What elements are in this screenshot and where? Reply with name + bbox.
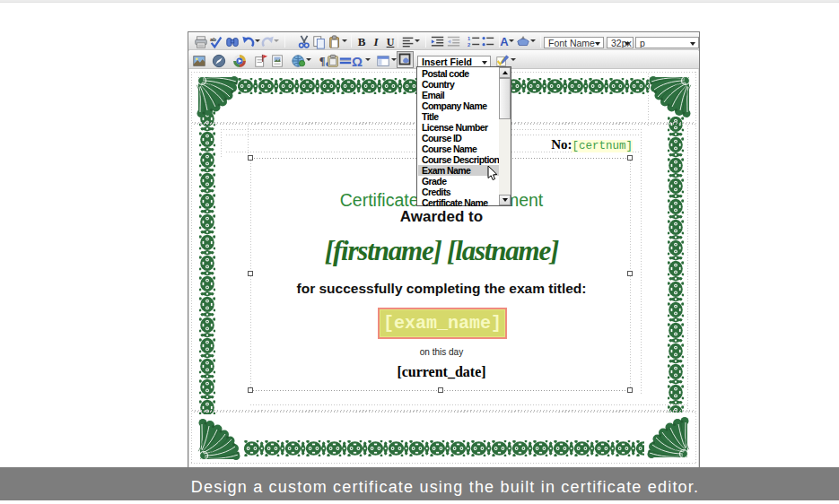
svg-text:¶: ¶ xyxy=(319,54,326,66)
svg-text:ab: ab xyxy=(210,36,216,42)
svg-text:1: 1 xyxy=(468,36,471,41)
svg-text:2: 2 xyxy=(468,42,470,48)
